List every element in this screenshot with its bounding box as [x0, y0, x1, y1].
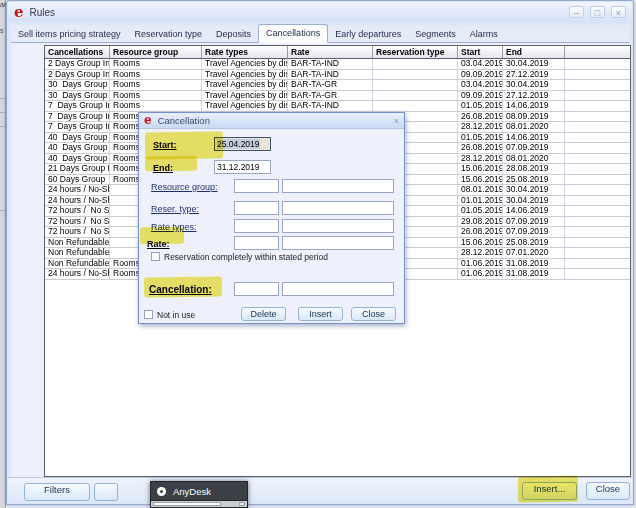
- column-header-rate-types[interactable]: Rate types: [202, 46, 288, 58]
- cell-rate-types: Travel Agencies by discour: [202, 91, 288, 101]
- cell-cancellations: 21 Days Group Ind: [45, 164, 110, 174]
- highlight-annotation-end: [145, 156, 197, 172]
- cell-end: 14.06.2019: [503, 206, 565, 216]
- column-header-rate[interactable]: Rate: [288, 46, 373, 58]
- anydesk-window[interactable]: AnyDesk: [150, 481, 248, 508]
- cell-resource-group: Rooms: [110, 80, 202, 90]
- not-in-use-label: Not in use: [157, 310, 195, 320]
- cell-rate-types: Travel Agencies by discour: [202, 101, 288, 111]
- tab-segments[interactable]: Segments: [408, 26, 463, 42]
- cell-start: 01.05.2019: [458, 206, 503, 216]
- rate-name-input[interactable]: [282, 236, 394, 250]
- column-header-end[interactable]: End: [503, 46, 565, 58]
- resource-group-code-input[interactable]: [234, 179, 279, 193]
- cell-start: 01.06.2019: [458, 269, 503, 279]
- tab-cancellations[interactable]: Cancellations: [258, 24, 328, 43]
- anydesk-address-field[interactable]: [153, 502, 221, 506]
- cell-end: 08.09.2019: [503, 112, 565, 122]
- rate-types-name-input[interactable]: [282, 219, 394, 233]
- rate-code-input[interactable]: [234, 236, 279, 250]
- tab-sell-items-pricing-strategy[interactable]: Sell items pricing strategy: [11, 26, 128, 42]
- tab-early-departures[interactable]: Early departures: [328, 26, 408, 42]
- column-header-cancellations[interactable]: Cancellations: [45, 46, 110, 58]
- background-text-fragment: s: [0, 27, 4, 34]
- cell-end: 30.04.2019: [503, 196, 565, 206]
- table-row[interactable]: 30 Days GroupRoomsTravel Agencies by dis…: [45, 80, 630, 91]
- table-row[interactable]: 2 Days Group InRoomsTravel Agencies by d…: [45, 70, 630, 81]
- cell-end: 14.06.2019: [503, 101, 565, 111]
- cell-end: 07.09.2019: [503, 217, 565, 227]
- column-header-reservation-type[interactable]: Reservation type: [373, 46, 458, 58]
- rate-types-code-input[interactable]: [234, 219, 279, 233]
- window-controls: – □ ×: [569, 6, 626, 18]
- cell-end: 30.04.2019: [503, 80, 565, 90]
- resource-group-name-input[interactable]: [282, 179, 394, 193]
- cell-filler: [565, 196, 631, 206]
- not-in-use-checkbox[interactable]: [144, 310, 153, 319]
- cell-rate: BAR-TA-GR: [288, 91, 373, 101]
- background-row-line: [0, 126, 5, 127]
- close-button[interactable]: Close: [586, 482, 630, 500]
- cell-cancellations: Non Refundable: [45, 238, 110, 248]
- cell-cancellations: 24 hours / No-Show free: [45, 269, 110, 279]
- cell-filler: [565, 238, 631, 248]
- cell-end: 14.06.2019: [503, 133, 565, 143]
- column-header-resource-group[interactable]: Resource group: [110, 46, 202, 58]
- cell-rate-types: Travel Agencies by discour: [202, 80, 288, 90]
- cell-end: 27.12.2019: [503, 70, 565, 80]
- cell-reservation-type: [373, 80, 458, 90]
- cell-cancellations: 7 Days Group In: [45, 122, 110, 132]
- window-title: Rules: [30, 7, 56, 18]
- reser-type-name-input[interactable]: [282, 201, 394, 215]
- anydesk-titlebar[interactable]: AnyDesk: [150, 481, 248, 501]
- end-input[interactable]: 31.12.2019: [214, 160, 271, 174]
- app-logo-icon: e: [14, 5, 24, 19]
- tab-deposits[interactable]: Deposits: [209, 26, 258, 42]
- within-period-checkbox[interactable]: [151, 252, 160, 261]
- dialog-insert-button[interactable]: Insert: [298, 307, 343, 321]
- app-logo-icon: e: [144, 115, 152, 126]
- cancellation-name-input[interactable]: [282, 282, 394, 296]
- table-row[interactable]: 30 Days GroupRoomsTravel Agencies by dis…: [45, 91, 630, 102]
- dialog-close-icon[interactable]: ×: [394, 116, 399, 126]
- cancellation-code-input[interactable]: [234, 282, 279, 296]
- rules-titlebar[interactable]: e Rules – □ ×: [8, 2, 632, 22]
- highlight-annotation-insert: [518, 476, 578, 503]
- tab-alarms[interactable]: Alarms: [463, 26, 505, 42]
- anydesk-toolbar-button[interactable]: [239, 502, 245, 506]
- table-row[interactable]: 7 Days Group InRoomsTravel Agencies by d…: [45, 101, 630, 112]
- cell-start: 15.06.2019: [458, 164, 503, 174]
- dialog-close-button[interactable]: Close: [351, 307, 396, 321]
- cell-filler: [565, 175, 631, 185]
- close-icon[interactable]: ×: [611, 6, 626, 18]
- column-header-filler[interactable]: [565, 46, 631, 58]
- cell-start: 26.08.2019: [458, 143, 503, 153]
- maximize-icon[interactable]: □: [590, 6, 605, 18]
- cell-cancellations: 7 Days Group In: [45, 101, 110, 111]
- cell-resource-group: Rooms: [110, 91, 202, 101]
- cell-cancellations: 40 Days Group: [45, 154, 110, 164]
- cell-end: 07.09.2019: [503, 227, 565, 237]
- cell-rate-types: Travel Agencies by discour: [202, 59, 288, 69]
- cell-cancellations: 30 Days Group: [45, 80, 110, 90]
- cell-filler: [565, 259, 631, 269]
- dialog-delete-button[interactable]: Delete: [241, 307, 286, 321]
- background-row-line: [0, 210, 5, 211]
- cell-cancellations: 72 hours / No Show: [45, 217, 110, 227]
- cell-cancellations: 7 Days Group In: [45, 112, 110, 122]
- cell-start: 09.09.2019: [458, 91, 503, 101]
- filters-button[interactable]: Filters: [24, 483, 90, 501]
- reser-type-code-input[interactable]: [234, 201, 279, 215]
- filters-extra-button[interactable]: [94, 483, 118, 501]
- column-header-start[interactable]: Start: [458, 46, 503, 58]
- table-row[interactable]: 2 Days Group InRoomsTravel Agencies by d…: [45, 59, 630, 70]
- anydesk-title: AnyDesk: [173, 486, 211, 497]
- cell-filler: [565, 133, 631, 143]
- cell-end: 07.09.2019: [503, 143, 565, 153]
- cell-start: 15.06.2019: [458, 175, 503, 185]
- minimize-icon[interactable]: –: [569, 6, 584, 18]
- cell-start: 09.09.2019: [458, 70, 503, 80]
- cell-end: 25.08.2019: [503, 175, 565, 185]
- cancellation-dialog-titlebar[interactable]: e Cancellation ×: [139, 113, 404, 129]
- tab-reservation-type[interactable]: Reservation type: [128, 26, 210, 42]
